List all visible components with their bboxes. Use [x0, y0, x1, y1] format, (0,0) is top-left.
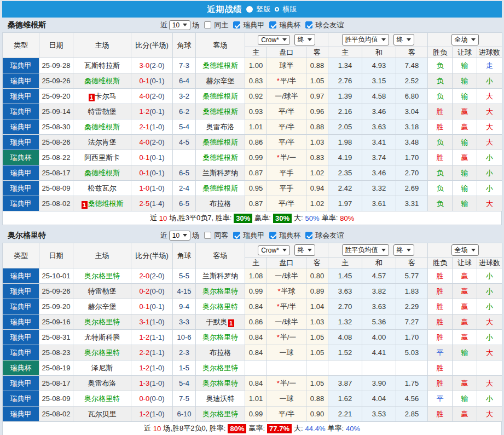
full-match-select[interactable]: 全场 — [451, 244, 479, 256]
score-cell[interactable]: 2-1(1-0) — [131, 119, 173, 135]
team-link[interactable]: 特雷勒堡 — [88, 107, 117, 116]
cup-checkbox[interactable] — [269, 232, 276, 239]
team-link[interactable]: 奥尔格里特 — [84, 348, 120, 357]
team-link[interactable]: 赫尔辛堡 — [88, 302, 117, 311]
score-cell[interactable]: 1-2(1-1) — [131, 330, 173, 345]
away-odds-cell: 1.03 — [306, 314, 328, 330]
same-venue-checkbox[interactable] — [204, 21, 211, 28]
team-link[interactable]: 桑德维根斯 — [84, 169, 120, 177]
league-allsvenskan-checkbox[interactable] — [233, 21, 240, 28]
team-link[interactable]: 赫尔辛堡 — [206, 77, 235, 85]
score-cell[interactable]: 3-1(1-0) — [131, 314, 173, 330]
score-cell[interactable]: 0-2(0-0) — [131, 284, 173, 299]
cup-label[interactable]: 瑞典杯 — [279, 231, 300, 241]
friendly-checkbox[interactable] — [305, 21, 312, 28]
friendly-label[interactable]: 球会友谊 — [315, 231, 344, 241]
team-link[interactable]: 桑德维根斯 — [202, 184, 238, 192]
score-cell[interactable]: 4-0(2-0) — [131, 89, 173, 104]
team-link[interactable]: 奥尔格里特 — [202, 333, 238, 341]
score-cell[interactable]: 1-2(1-0) — [131, 360, 173, 376]
score-cell[interactable]: 1-2(0-1) — [131, 104, 173, 119]
vertical-layout-label[interactable]: 竖版 — [257, 4, 271, 14]
wdl-stage-select[interactable]: 终 — [393, 34, 414, 45]
cup-label[interactable]: 瑞典杯 — [279, 20, 300, 30]
team-link[interactable]: 桑德维根斯 — [84, 123, 120, 131]
team-link[interactable]: 尤特斯科腾 — [84, 333, 120, 341]
same-venue-label[interactable]: 同客 — [214, 231, 228, 241]
odds-source-select[interactable]: Crow* — [258, 245, 290, 255]
handicap-cell: *半/一 — [267, 150, 306, 165]
league-type-cell: 瑞典甲 — [3, 284, 39, 299]
score-cell[interactable]: 0-1(0-1) — [131, 299, 173, 314]
team-link[interactable]: 桑德维根斯 — [202, 92, 238, 100]
match-count-select[interactable]: 10 — [169, 20, 190, 30]
half-time-score: (2-0) — [149, 92, 164, 100]
team-link[interactable]: 阿西里斯卡 — [84, 153, 120, 162]
team-link[interactable]: 泽尼斯 — [91, 364, 113, 372]
wdl-stage-select[interactable]: 终 — [393, 244, 414, 256]
team-link[interactable]: 桑德维根斯 — [88, 199, 124, 208]
team-link[interactable]: 奥尔格里特 — [202, 287, 238, 295]
friendly-label[interactable]: 球会友谊 — [315, 20, 344, 30]
friendly-checkbox[interactable] — [305, 232, 312, 239]
wdl-source-select[interactable]: 胜平负均值 — [342, 34, 389, 45]
vertical-layout-radio[interactable] — [246, 6, 253, 13]
horizontal-layout-radio[interactable] — [275, 7, 279, 12]
team-link[interactable]: 奥尔格里特 — [202, 302, 238, 311]
score-cell[interactable]: 4-0(2-0) — [131, 135, 173, 150]
same-venue-label[interactable]: 同主 — [214, 20, 228, 30]
score-cell[interactable]: 2-2(1-1) — [131, 345, 173, 360]
team-link[interactable]: 松兹瓦尔 — [88, 184, 117, 192]
team-link[interactable]: 于默奥 — [206, 318, 228, 326]
team-link[interactable]: 桑德维根斯 — [202, 61, 238, 70]
team-link[interactable]: 奥尔格里特 — [202, 410, 238, 418]
score-cell[interactable]: 2-5(1-4) — [131, 196, 173, 211]
horizontal-layout-label[interactable]: 横版 — [283, 4, 297, 14]
league-allsvenskan-label[interactable]: 瑞典甲 — [243, 20, 264, 30]
score-cell[interactable]: 2-0(2-0) — [131, 268, 173, 284]
team-link[interactable]: 法尔肯堡 — [88, 138, 117, 146]
team-link[interactable]: 特雷勒堡 — [88, 287, 117, 295]
team-link[interactable]: 奥雷布洛 — [206, 123, 235, 131]
team-link[interactable]: 桑德维根斯 — [84, 77, 120, 85]
score-cell[interactable]: 0-1(0-1) — [131, 150, 173, 165]
odds-stage-select[interactable]: 终 — [294, 244, 315, 256]
full-match-select[interactable]: 全场 — [451, 34, 479, 45]
team-link[interactable]: 桑德维根斯 — [202, 107, 238, 116]
team-link[interactable]: 卡尔马 — [95, 92, 117, 100]
score-cell[interactable]: 3-0(2-0) — [131, 58, 173, 73]
team-link[interactable]: 桑德维根斯 — [202, 153, 238, 162]
team-link[interactable]: 奥雷布洛 — [88, 379, 117, 387]
score-cell[interactable]: 1-2(1-0) — [131, 407, 173, 422]
team-link[interactable]: 瓦尔贝里 — [88, 410, 117, 418]
team-link[interactable]: 奥尔格里特 — [202, 379, 238, 387]
team-link[interactable]: 奥尔格里特 — [84, 272, 120, 280]
league-allsvenskan-label[interactable]: 瑞典甲 — [243, 231, 264, 241]
score-cell[interactable]: 0-1(0-1) — [131, 73, 173, 89]
score-cell[interactable]: 0-0(0-0) — [131, 391, 173, 407]
draw-avg-cell: 3.61 — [362, 196, 396, 211]
cup-checkbox[interactable] — [269, 21, 276, 28]
league-allsvenskan-checkbox[interactable] — [233, 232, 240, 239]
odds-source-select[interactable]: Crow* — [258, 35, 290, 45]
team-link[interactable]: 桑德维根斯 — [202, 138, 238, 146]
team-link[interactable]: 瓦斯特拉斯 — [84, 61, 120, 70]
match-row: 瑞典甲25-09-201卡尔马4-0(2-0)3-2桑德维根斯0.92一/球半0… — [3, 89, 502, 104]
chevron-down-icon — [471, 38, 476, 41]
same-venue-checkbox[interactable] — [204, 232, 211, 239]
team-link[interactable]: 布拉格 — [210, 199, 231, 208]
team-link[interactable]: 奥尔格里特 — [202, 364, 238, 372]
team-link[interactable]: 奥尔格里特 — [84, 318, 120, 326]
team-link[interactable]: 奥尔格里特 — [84, 394, 120, 403]
team-link[interactable]: 兰斯科罗纳 — [202, 169, 238, 177]
team-link[interactable]: 兰斯科罗纳 — [202, 272, 238, 280]
score-cell[interactable]: 1-0(1-0) — [131, 181, 173, 196]
wdl-source-select[interactable]: 胜平负均值 — [342, 244, 389, 256]
team-link[interactable]: 奥迪沃特 — [206, 394, 235, 403]
score-cell[interactable]: 1-3(1-0) — [131, 376, 173, 391]
team-link[interactable]: 布拉格 — [210, 348, 231, 357]
odds-stage-select[interactable]: 终 — [294, 34, 315, 45]
match-count-select[interactable]: 10 — [169, 231, 190, 241]
home-odds-cell: 0.99 — [245, 407, 267, 422]
score-cell[interactable]: 0-1(0-1) — [131, 165, 173, 181]
